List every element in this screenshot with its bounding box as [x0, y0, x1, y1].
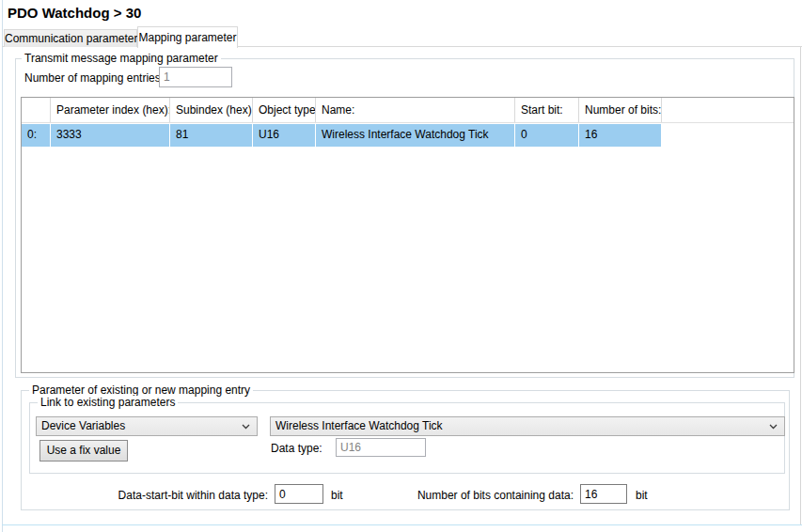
chevron-down-icon	[242, 424, 250, 430]
tab-communication-parameter[interactable]: Communication parameter	[4, 29, 137, 47]
category-dropdown-value: Device Variables	[41, 419, 125, 432]
bottom-edge-divider	[2, 524, 802, 525]
col-header-name[interactable]: Name:	[316, 98, 515, 122]
parameter-dropdown[interactable]: Wireless Interface Watchdog Tick	[270, 416, 785, 436]
mapping-table: Parameter index (hex): Subindex (hex): O…	[21, 97, 794, 373]
object-type-cell: U16	[253, 124, 316, 147]
transmit-mapping-group-legend: Transmit message mapping parameter	[22, 52, 221, 65]
category-dropdown[interactable]: Device Variables	[36, 416, 258, 436]
mapping-table-header: Parameter index (hex): Subindex (hex): O…	[22, 98, 794, 123]
tab-mapping-parameter[interactable]: Mapping parameter	[137, 26, 238, 48]
name-cell: Wireless Interface Watchdog Tick	[316, 124, 515, 147]
page-title: PDO Watchdog > 30	[8, 5, 141, 21]
data-start-bit-input[interactable]	[275, 484, 323, 504]
number-of-bits-unit: bit	[636, 489, 648, 502]
data-start-bit-unit: bit	[331, 489, 343, 502]
start-bit-cell: 0	[515, 124, 579, 147]
col-header-filler	[662, 98, 794, 122]
col-header-row-index[interactable]	[22, 98, 51, 122]
col-header-subindex[interactable]: Subindex (hex):	[170, 98, 253, 122]
number-of-bits-label: Number of bits containing data:	[395, 489, 574, 502]
row-filler-cell	[662, 124, 794, 147]
parameter-index-cell: 3333	[51, 124, 170, 147]
row-index-cell: 0:	[22, 124, 51, 147]
data-start-bit-label: Data-start-bit within data type:	[99, 489, 268, 502]
data-type-label: Data type:	[271, 442, 322, 455]
subindex-cell: 81	[170, 124, 253, 147]
mapping-entry-group-legend: Parameter of existing or new mapping ent…	[29, 383, 253, 397]
number-of-mapping-entries-input[interactable]	[159, 67, 232, 87]
col-header-start-bit[interactable]: Start bit:	[515, 98, 579, 122]
table-row[interactable]: 0: 3333 81 U16 Wireless Interface Watchd…	[22, 124, 794, 147]
data-type-input[interactable]	[336, 438, 426, 457]
use-fix-value-button[interactable]: Use a fix value	[39, 440, 128, 462]
col-header-object-type[interactable]: Object type:	[253, 98, 316, 122]
chevron-down-icon	[769, 424, 778, 430]
right-edge-divider	[800, 46, 801, 524]
left-edge-divider	[2, 0, 3, 532]
col-header-number-of-bits[interactable]: Number of bits:	[579, 98, 662, 122]
col-header-parameter-index[interactable]: Parameter index (hex):	[51, 98, 170, 122]
number-of-bits-input[interactable]	[580, 484, 627, 504]
parameter-dropdown-value: Wireless Interface Watchdog Tick	[275, 419, 443, 432]
number-of-mapping-entries-label: Number of mapping entries	[24, 71, 161, 85]
number-of-bits-cell: 16	[579, 124, 662, 147]
link-parameters-group-legend: Link to existing parameters	[38, 396, 178, 409]
